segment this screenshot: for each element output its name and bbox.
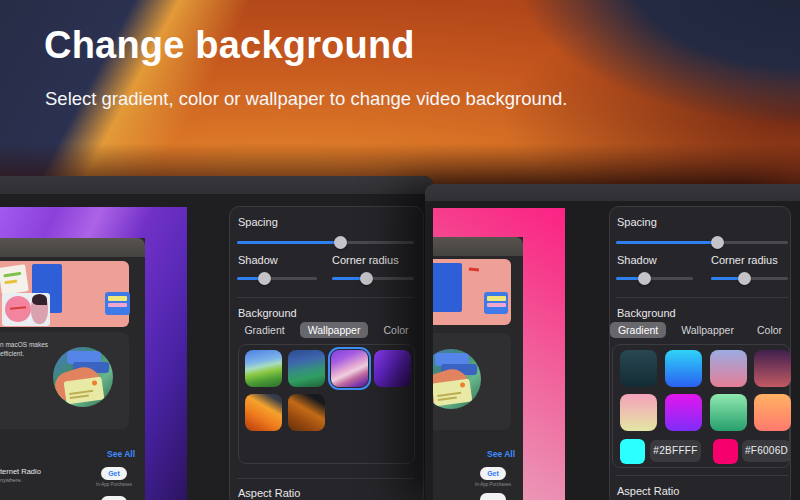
color-chip-swatch[interactable]: [620, 439, 645, 464]
tab-color[interactable]: Color: [375, 322, 416, 338]
slider-thumb[interactable]: [738, 272, 751, 285]
spacing-label: Spacing: [617, 216, 657, 228]
gradient-swatch[interactable]: [710, 394, 747, 431]
color-chip-label[interactable]: #F6006D: [742, 440, 791, 462]
credit-card-illustration: [105, 292, 130, 315]
get-button[interactable]: Get: [101, 467, 127, 480]
screenshot-stage: Change background Select gradient, color…: [0, 0, 800, 500]
appstore-featured-banner: [433, 259, 511, 325]
story-text-line1: n macOS makes: [0, 340, 48, 349]
see-all-link[interactable]: See All: [487, 449, 515, 459]
gradient-swatch[interactable]: [665, 394, 702, 431]
in-app-purchases-note: In-App Purchases: [92, 482, 136, 487]
appstore-story-card: n macOS makes efficient.: [0, 332, 129, 429]
background-tabs: Gradient Wallpapper Color: [610, 322, 790, 338]
face-illustration: [31, 295, 48, 324]
wallpaper-thumb[interactable]: [245, 350, 282, 387]
wallpaper-thumb[interactable]: [331, 350, 368, 387]
page-title: Change background: [44, 24, 415, 67]
corner-radius-slider[interactable]: [332, 271, 414, 285]
gradient-swatch[interactable]: [620, 350, 657, 387]
divider: [237, 297, 414, 298]
red-dash-illustration: [469, 267, 479, 271]
window-titlebar[interactable]: [0, 176, 433, 195]
background-label: Background: [617, 307, 676, 319]
app-row-title: ternet Radio: [0, 467, 41, 476]
app-row-subtitle: nywhere.: [0, 477, 22, 483]
appstore-titlebar: [433, 237, 523, 256]
card-illustration: [2, 293, 50, 326]
tab-wallpaper[interactable]: Wallpapper: [673, 322, 742, 338]
slider-thumb[interactable]: [711, 236, 724, 249]
wallpaper-grid: [238, 344, 415, 464]
page-subtitle: Select gradient, color or wallpaper to c…: [45, 88, 567, 110]
corner-radius-slider[interactable]: [711, 271, 788, 285]
editor-window-left: n macOS makes efficient. See All ternet …: [0, 176, 433, 500]
window-titlebar[interactable]: [425, 184, 800, 202]
hero-banner: Change background Select gradient, color…: [0, 0, 800, 184]
divider: [237, 478, 414, 479]
divider: [616, 297, 788, 298]
tab-gradient[interactable]: Gradient: [236, 322, 292, 338]
aspect-ratio-label: Aspect Ratio: [238, 487, 300, 499]
shadow-slider[interactable]: [616, 271, 693, 285]
hand-card-illustration: [53, 347, 113, 407]
gradient-swatch[interactable]: [665, 350, 702, 387]
color-chip-swatch[interactable]: [713, 439, 738, 464]
background-tabs: Gradient Wallpapper Color: [230, 322, 423, 338]
spacing-label: Spacing: [238, 216, 278, 228]
get-button-partial[interactable]: [101, 496, 127, 500]
tab-gradient[interactable]: Gradient: [610, 322, 666, 338]
appstore-screenshot: See All Get In-App Purchases: [433, 237, 523, 500]
corner-radius-label: Corner radius: [332, 254, 399, 266]
see-all-link[interactable]: See All: [107, 449, 135, 459]
whiteboard-illustration: [0, 264, 29, 294]
corner-radius-label: Corner radius: [711, 254, 778, 266]
wallpaper-thumb[interactable]: [374, 350, 411, 387]
gradient-grid: #2BFFFF #F6006D: [612, 344, 790, 468]
appstore-screenshot: n macOS makes efficient. See All ternet …: [0, 238, 145, 500]
settings-panel: Spacing Shadow Corner radius Background …: [229, 206, 424, 500]
spacing-slider[interactable]: [237, 235, 414, 249]
blue-panel-illustration: [433, 263, 462, 312]
aspect-ratio-label: Aspect Ratio: [617, 485, 679, 497]
appstore-featured-banner: [0, 261, 129, 327]
slider-thumb[interactable]: [638, 272, 651, 285]
background-label: Background: [238, 307, 297, 319]
tab-wallpaper[interactable]: Wallpapper: [300, 322, 369, 338]
gradient-swatch[interactable]: [710, 350, 747, 387]
pink-circle-illustration: [5, 296, 31, 322]
in-app-purchases-note: In-App Purchases: [471, 482, 515, 487]
settings-panel: Spacing Shadow Corner radius Background …: [609, 206, 791, 500]
divider: [616, 475, 788, 476]
slider-thumb[interactable]: [258, 272, 271, 285]
video-preview-wallpaper: n macOS makes efficient. See All ternet …: [0, 207, 187, 500]
shadow-label: Shadow: [617, 254, 657, 266]
get-button-partial[interactable]: [480, 493, 506, 500]
shadow-label: Shadow: [238, 254, 278, 266]
color-chip-label[interactable]: #2BFFFF: [650, 440, 701, 462]
credit-card-illustration: [484, 292, 508, 314]
editor-window-right: See All Get In-App Purchases Spacing Sha…: [425, 184, 800, 500]
wallpaper-thumb[interactable]: [288, 394, 325, 431]
get-button[interactable]: Get: [480, 467, 506, 480]
slider-thumb[interactable]: [360, 272, 373, 285]
gradient-swatch[interactable]: [754, 394, 791, 431]
gradient-swatch[interactable]: [620, 394, 657, 431]
spacing-slider[interactable]: [616, 235, 788, 249]
gradient-swatch[interactable]: [754, 350, 791, 387]
wallpaper-thumb[interactable]: [245, 394, 282, 431]
slider-thumb[interactable]: [334, 236, 347, 249]
tab-color[interactable]: Color: [749, 322, 790, 338]
story-text-line2: efficient.: [0, 349, 24, 358]
video-preview-gradient: See All Get In-App Purchases: [433, 208, 565, 500]
wallpaper-thumb[interactable]: [288, 350, 325, 387]
shadow-slider[interactable]: [237, 271, 317, 285]
appstore-titlebar: [0, 238, 145, 257]
